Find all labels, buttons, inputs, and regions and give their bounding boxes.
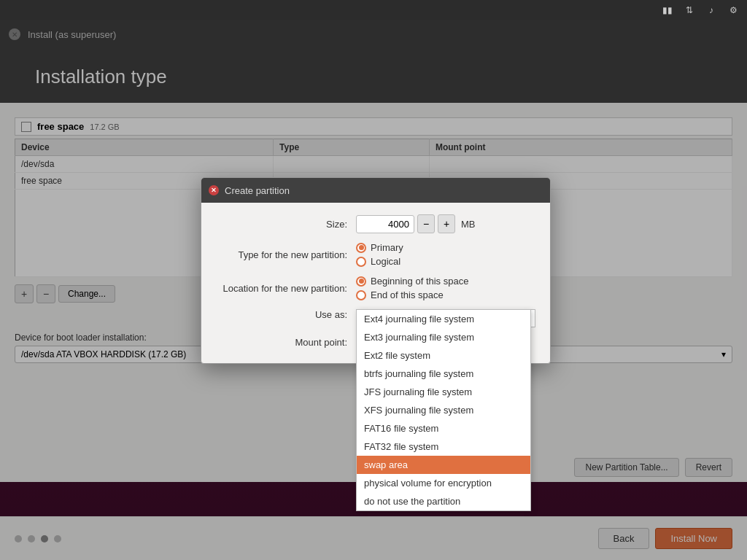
dropdown-item-ext3[interactable]: Ext3 journaling file system <box>357 328 530 346</box>
location-end-radio[interactable] <box>356 290 366 300</box>
partition-location-options: Beginning of this space End of this spac… <box>356 276 468 300</box>
dropdown-item-fat32[interactable]: FAT32 file system <box>357 438 530 456</box>
top-bar: ▮▮ ⇅ ♪ ⚙ <box>0 0 747 20</box>
dialog-title: Create partition <box>225 185 290 196</box>
settings-icon: ⚙ <box>725 2 741 18</box>
dropdown-item-xfs[interactable]: XFS journaling file system <box>357 401 530 419</box>
main-window: ✕ Install (as superuser) Installation ty… <box>0 20 747 560</box>
use-as-dropdown-menu: Ext4 journaling file system Ext3 journal… <box>356 309 531 511</box>
partition-type-row: Type for the new partition: Primary Logi… <box>216 242 535 267</box>
size-label: Size: <box>216 219 347 230</box>
type-primary-radio[interactable] <box>356 243 366 253</box>
type-primary-label: Primary <box>371 242 403 253</box>
size-input[interactable] <box>356 215 414 233</box>
use-as-row: Use as: Ext4 journaling file system ▾ Ex… <box>216 309 535 327</box>
dropdown-item-ext4[interactable]: Ext4 journaling file system <box>357 310 530 328</box>
type-logical-row[interactable]: Logical <box>356 256 403 267</box>
partition-location-row: Location for the new partition: Beginnin… <box>216 276 535 300</box>
location-end-row[interactable]: End of this space <box>356 289 468 300</box>
type-primary-row[interactable]: Primary <box>356 242 403 253</box>
dropdown-item-fat16[interactable]: FAT16 file system <box>357 419 530 438</box>
volume-icon: ♪ <box>703 2 719 18</box>
type-logical-label: Logical <box>371 256 400 267</box>
dropdown-item-btrfs[interactable]: btrfs journaling file system <box>357 365 530 383</box>
dialog-close-button[interactable]: ✕ <box>209 185 219 195</box>
dropdown-item-nouse[interactable]: do not use the partition <box>357 492 530 510</box>
dialog-body: Size: − + MB Type for the new partition:… <box>201 203 550 363</box>
location-end-label: End of this space <box>371 289 444 300</box>
dropdown-item-encryption[interactable]: physical volume for encryption <box>357 474 530 492</box>
network-icon: ⇅ <box>681 2 697 18</box>
dropdown-item-swap[interactable]: swap area <box>357 456 530 474</box>
location-beginning-label: Beginning of this space <box>371 276 468 287</box>
battery-icon: ▮▮ <box>659 2 676 18</box>
partition-type-label: Type for the new partition: <box>216 249 347 260</box>
partition-type-options: Primary Logical <box>356 242 403 267</box>
size-increase-button[interactable]: + <box>438 214 455 233</box>
location-beginning-row[interactable]: Beginning of this space <box>356 276 468 287</box>
size-unit: MB <box>461 219 476 230</box>
type-logical-radio[interactable] <box>356 257 366 267</box>
location-beginning-radio[interactable] <box>356 276 366 287</box>
dropdown-item-ext2[interactable]: Ext2 file system <box>357 346 530 365</box>
dialog-titlebar: ✕ Create partition <box>201 178 550 203</box>
size-input-group: − + MB <box>356 214 476 233</box>
use-as-dropdown[interactable]: Ext4 journaling file system ▾ Ext4 journ… <box>356 309 535 327</box>
partition-location-label: Location for the new partition: <box>216 283 347 294</box>
size-decrease-button[interactable]: − <box>417 214 435 233</box>
use-as-label: Use as: <box>216 309 347 320</box>
dropdown-item-jfs[interactable]: JFS journaling file system <box>357 383 530 401</box>
create-partition-dialog: ✕ Create partition Size: − + MB Type for… <box>201 177 551 364</box>
mount-point-label: Mount point: <box>216 337 347 348</box>
size-row: Size: − + MB <box>216 214 535 233</box>
